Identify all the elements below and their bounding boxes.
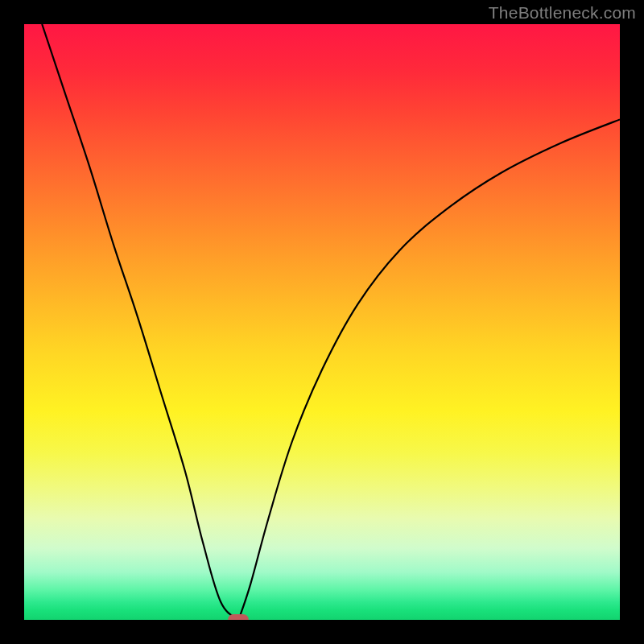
chart-frame: TheBottleneck.com	[0, 0, 644, 644]
watermark-text: TheBottleneck.com	[489, 3, 636, 23]
minimum-marker	[228, 614, 249, 620]
curve-path	[42, 24, 620, 620]
bottleneck-curve	[24, 24, 620, 620]
plot-area	[24, 24, 620, 620]
